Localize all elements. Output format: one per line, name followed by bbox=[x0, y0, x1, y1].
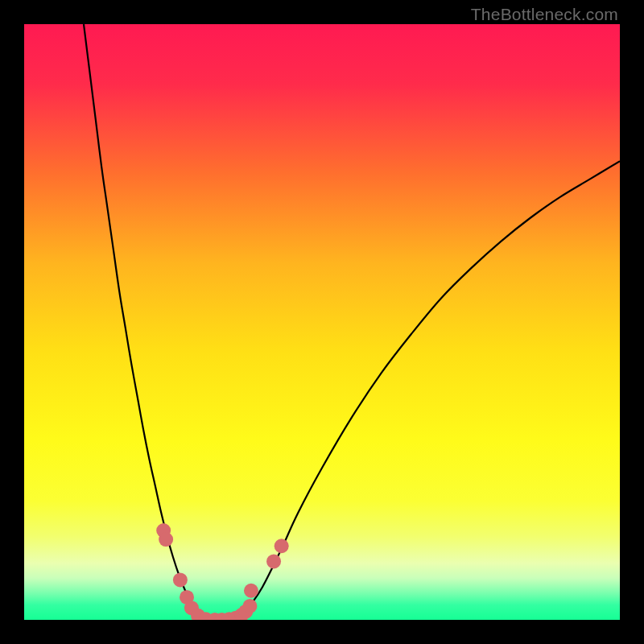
svg-rect-0 bbox=[24, 24, 620, 620]
outer-black-frame: TheBottleneck.com bbox=[0, 0, 644, 644]
background-gradient bbox=[24, 24, 620, 620]
watermark-text: TheBottleneck.com bbox=[471, 5, 618, 24]
plot-area bbox=[24, 24, 620, 620]
